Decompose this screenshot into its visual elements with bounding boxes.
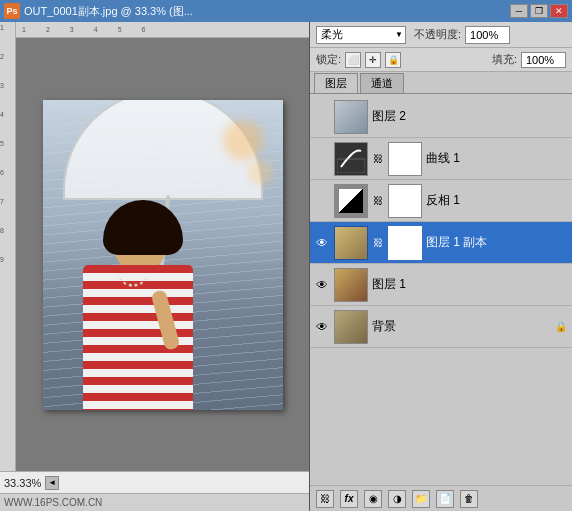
layer-mask-thumbnail	[388, 142, 422, 176]
restore-button[interactable]: ❐	[530, 4, 548, 18]
fill-value[interactable]: 100%	[521, 52, 566, 68]
layer-row[interactable]: 👁 图层 1	[310, 264, 572, 306]
canvas-scroll[interactable]	[16, 38, 309, 471]
layer-thumbnail	[334, 226, 368, 260]
photo-canvas	[43, 100, 283, 410]
tab-layers[interactable]: 图层	[314, 73, 358, 93]
vertical-ruler: 1 2 3 4 5 6 7 8 9	[0, 22, 16, 471]
layer-row[interactable]: 👁 ⛓ 反相 1	[310, 180, 572, 222]
layer-link-icon: ⛓	[372, 237, 384, 249]
tab-channels[interactable]: 通道	[360, 73, 404, 93]
layer-name: 曲线 1	[426, 150, 568, 167]
lock-bar: 锁定: ⬜ ✛ 🔒 填充: 100%	[310, 48, 572, 72]
layer-row[interactable]: 👁 图层 2	[310, 96, 572, 138]
layer-visibility-toggle[interactable]: 👁	[314, 277, 330, 293]
minimize-button[interactable]: ─	[510, 4, 528, 18]
opacity-label: 不透明度:	[414, 27, 461, 42]
watermark: WWW.16PS.COM.CN	[0, 493, 309, 511]
layer-mask-thumbnail	[388, 184, 422, 218]
layer-row-selected[interactable]: 👁 ⛓ 图层 1 副本	[310, 222, 572, 264]
layer-visibility-toggle[interactable]: 👁	[314, 235, 330, 251]
window-title: OUT_0001副本.jpg @ 33.3% (图...	[24, 4, 510, 19]
layer-name: 背景	[372, 318, 550, 335]
opacity-value[interactable]: 100%	[465, 26, 510, 44]
zoom-level: 33.33%	[4, 477, 41, 489]
close-button[interactable]: ✕	[550, 4, 568, 18]
lock-all-button[interactable]: 🔒	[385, 52, 401, 68]
app-icon: Ps	[4, 3, 20, 19]
link-layers-button[interactable]: ⛓	[316, 490, 334, 508]
add-style-button[interactable]: fx	[340, 490, 358, 508]
titlebar: Ps OUT_0001副本.jpg @ 33.3% (图... ─ ❐ ✕	[0, 0, 572, 22]
watermark-text: WWW.16PS.COM.CN	[4, 497, 102, 508]
new-adjustment-button[interactable]: ◑	[388, 490, 406, 508]
layers-list: 👁 图层 2 👁 ⛓	[310, 94, 572, 485]
curves-icon	[337, 145, 365, 173]
layer-visibility-toggle[interactable]: 👁	[314, 193, 330, 209]
lock-position-button[interactable]: ✛	[365, 52, 381, 68]
layer-visibility-toggle[interactable]: 👁	[314, 109, 330, 125]
blend-mode-select[interactable]: 柔光 ▼	[316, 26, 406, 44]
layers-bottom-bar: ⛓ fx ◉ ◑ 📁 📄 🗑	[310, 485, 572, 511]
new-group-button[interactable]: 📁	[412, 490, 430, 508]
lock-pixels-button[interactable]: ⬜	[345, 52, 361, 68]
delete-layer-button[interactable]: 🗑	[460, 490, 478, 508]
layer-visibility-toggle[interactable]: 👁	[314, 319, 330, 335]
layers-panel: 柔光 ▼ 不透明度: 100% 锁定: ⬜ ✛ 🔒 填充: 100% 图层	[310, 22, 572, 511]
horizontal-ruler: 1 2 3 4 5 6	[16, 22, 309, 38]
add-mask-button[interactable]: ◉	[364, 490, 382, 508]
window-controls: ─ ❐ ✕	[510, 4, 568, 18]
layer-link-icon: ⛓	[372, 153, 384, 165]
statusbar: 33.33% ◄	[0, 471, 309, 493]
layer-row[interactable]: 👁 ⛓ 曲线 1	[310, 138, 572, 180]
blend-mode-bar: 柔光 ▼ 不透明度: 100%	[310, 22, 572, 48]
photo-content	[43, 100, 283, 410]
main-container: 1 2 3 4 5 6 7 8 9 1 2 3	[0, 22, 572, 511]
lock-label: 锁定:	[316, 52, 341, 67]
nav-icon[interactable]: ◄	[45, 476, 59, 490]
layer-name: 反相 1	[426, 192, 568, 209]
layer-thumbnail	[334, 100, 368, 134]
panel-tabs: 图层 通道	[310, 72, 572, 94]
blend-select-arrow: ▼	[395, 30, 403, 39]
layer-link-icon: ⛓	[372, 195, 384, 207]
fill-label: 填充:	[492, 52, 517, 67]
layer-thumbnail	[334, 310, 368, 344]
layer-name: 图层 2	[372, 108, 568, 125]
layer-lock-icon: 🔒	[554, 320, 568, 334]
canvas-with-rulers: 1 2 3 4 5 6 7 8 9 1 2 3	[0, 22, 309, 471]
canvas-area: 1 2 3 4 5 6 7 8 9 1 2 3	[0, 22, 310, 511]
layer-thumbnail	[334, 184, 368, 218]
canvas-with-hruler: 1 2 3 4 5 6	[16, 22, 309, 471]
layer-row[interactable]: 👁 背景 🔒	[310, 306, 572, 348]
layer-thumbnail	[334, 142, 368, 176]
layer-mask-thumbnail	[388, 226, 422, 260]
new-layer-button[interactable]: 📄	[436, 490, 454, 508]
layer-name: 图层 1	[372, 276, 568, 293]
layer-name: 图层 1 副本	[426, 234, 568, 251]
layer-thumbnail	[334, 268, 368, 302]
layer-visibility-toggle[interactable]: 👁	[314, 151, 330, 167]
